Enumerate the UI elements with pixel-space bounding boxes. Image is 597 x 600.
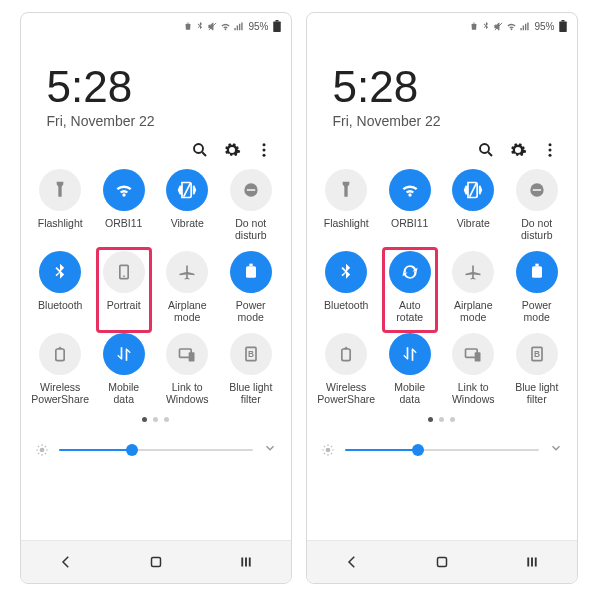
tile-vibrate[interactable]: Vibrate [442, 169, 506, 241]
svg-rect-0 [273, 22, 281, 33]
tile-bluetooth[interactable]: Bluetooth [315, 251, 379, 323]
tile-dnd[interactable]: Do not disturb [505, 169, 569, 241]
status-bar: 95% [21, 13, 291, 37]
tile-airplane[interactable]: Airplane mode [156, 251, 220, 323]
dot [164, 417, 169, 422]
tile-wifi[interactable]: ORBI11 [92, 169, 156, 241]
nav-back[interactable] [56, 552, 76, 572]
tile-power[interactable]: Power mode [505, 251, 569, 323]
tile-dnd[interactable]: Do not disturb [219, 169, 283, 241]
svg-rect-10 [246, 266, 256, 278]
quick-settings-grid: FlashlightORBI11VibrateDo not disturbBlu… [21, 165, 291, 405]
tile-powershare[interactable]: Wireless PowerShare [29, 333, 93, 405]
tile-flashlight[interactable]: Flashlight [29, 169, 93, 241]
tile-bluelight[interactable]: BBlue light filter [219, 333, 283, 405]
brightness-icon [35, 443, 49, 457]
tile-power[interactable]: Power mode [219, 251, 283, 323]
dnd-icon [230, 169, 272, 211]
tile-label: Blue light filter [229, 381, 272, 405]
nav-recents[interactable] [236, 552, 256, 572]
brightness-row [307, 432, 577, 468]
battery-pct: 95% [248, 21, 268, 32]
search-icon[interactable] [477, 141, 495, 159]
svg-rect-11 [249, 264, 252, 267]
svg-rect-12 [56, 349, 64, 361]
tile-label: ORBI11 [391, 217, 428, 241]
flashlight-icon [325, 169, 367, 211]
tile-wifi[interactable]: ORBI11 [378, 169, 442, 241]
tile-rotation[interactable]: Portrait [92, 251, 156, 323]
tile-label: Power mode [522, 299, 552, 323]
tile-bluelight[interactable]: BBlue light filter [505, 333, 569, 405]
svg-rect-26 [533, 189, 541, 191]
svg-point-24 [548, 154, 551, 157]
tile-mobiledata[interactable]: Mobile data [92, 333, 156, 405]
tile-label: Vibrate [171, 217, 204, 241]
more-icon[interactable] [255, 141, 273, 159]
bluelight-icon: B [230, 333, 272, 375]
signal-status-icon [233, 21, 244, 32]
brightness-slider[interactable] [345, 440, 539, 460]
tile-label: Link to Windows [166, 381, 209, 405]
battery-icon [273, 20, 281, 32]
dot [153, 417, 158, 422]
tile-label: Flashlight [324, 217, 369, 241]
mobiledata-icon [389, 333, 431, 375]
clock-time: 5:28 [333, 65, 557, 109]
page-indicator [307, 417, 577, 422]
more-icon[interactable] [541, 141, 559, 159]
svg-text:B: B [248, 350, 254, 360]
tile-label: Bluetooth [38, 299, 82, 323]
svg-rect-1 [275, 20, 278, 22]
status-bar: 95% [307, 13, 577, 37]
tile-rotation[interactable]: Auto rotate [378, 251, 442, 323]
signal-status-icon [519, 21, 530, 32]
wifi-status-icon [220, 21, 231, 32]
gear-icon[interactable] [509, 141, 527, 159]
nav-back[interactable] [342, 552, 362, 572]
svg-rect-27 [532, 266, 542, 278]
clock-date: Fri, November 22 [333, 113, 557, 129]
mobiledata-icon [103, 333, 145, 375]
chevron-down-icon[interactable] [549, 441, 563, 459]
tile-powershare[interactable]: Wireless PowerShare [315, 333, 379, 405]
svg-point-4 [262, 149, 265, 152]
linkwin-icon [166, 333, 208, 375]
tile-label: Wireless PowerShare [317, 381, 375, 405]
tile-bluetooth[interactable]: Bluetooth [29, 251, 93, 323]
tile-label: Airplane mode [168, 299, 207, 323]
mute-status-icon [493, 21, 504, 32]
bluelight-icon: B [516, 333, 558, 375]
svg-point-9 [123, 275, 125, 277]
bluetooth-status-icon [481, 21, 491, 31]
tile-label: Power mode [236, 299, 266, 323]
nav-home[interactable] [146, 552, 166, 572]
tile-linkwin[interactable]: Link to Windows [156, 333, 220, 405]
gear-icon[interactable] [223, 141, 241, 159]
search-icon[interactable] [191, 141, 209, 159]
nav-recents[interactable] [522, 552, 542, 572]
tile-label: Do not disturb [235, 217, 267, 241]
chevron-down-icon[interactable] [263, 441, 277, 459]
svg-text:B: B [534, 350, 540, 360]
wifi-icon [103, 169, 145, 211]
svg-point-21 [480, 144, 489, 153]
battery-pct: 95% [534, 21, 554, 32]
tile-label: Airplane mode [454, 299, 493, 323]
tile-airplane[interactable]: Airplane mode [442, 251, 506, 323]
brightness-slider[interactable] [59, 440, 253, 460]
dot [428, 417, 433, 422]
tile-label: Flashlight [38, 217, 83, 241]
svg-rect-28 [535, 264, 538, 267]
dot [450, 417, 455, 422]
svg-rect-14 [189, 353, 195, 362]
tile-vibrate[interactable]: Vibrate [156, 169, 220, 241]
svg-rect-31 [475, 353, 481, 362]
tile-mobiledata[interactable]: Mobile data [378, 333, 442, 405]
dot [142, 417, 147, 422]
tile-linkwin[interactable]: Link to Windows [442, 333, 506, 405]
nav-home[interactable] [432, 552, 452, 572]
tile-flashlight[interactable]: Flashlight [315, 169, 379, 241]
powershare-icon [39, 333, 81, 375]
nav-bar [307, 540, 577, 583]
